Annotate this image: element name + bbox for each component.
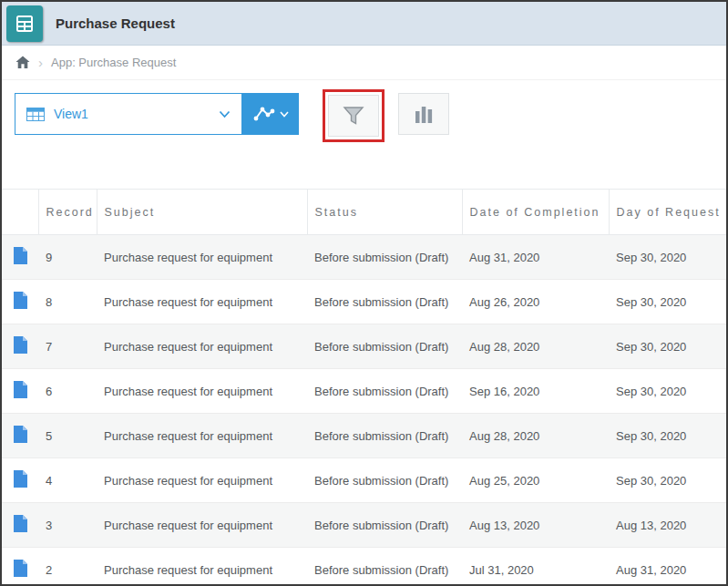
day-of-request-cell: Sep 30, 2020 xyxy=(609,324,728,369)
column-header-subject[interactable]: Subject xyxy=(97,190,307,235)
subject-cell: Purchase request for equipment xyxy=(97,369,307,414)
subject-cell: Purchase request for equipment xyxy=(97,548,307,586)
document-icon[interactable] xyxy=(14,470,27,488)
subject-cell: Purchase request for equipment xyxy=(97,280,307,324)
app-icon[interactable] xyxy=(6,5,43,42)
view-selector[interactable]: View1 xyxy=(15,93,242,135)
status-cell: Before submission (Draft) xyxy=(307,324,462,369)
breadcrumb-app-link[interactable]: App: Purchase Request xyxy=(51,56,176,69)
record-number-cell: 2 xyxy=(38,548,97,586)
date-of-completion-cell: Aug 25, 2020 xyxy=(462,458,609,503)
breadcrumb: › App: Purchase Request xyxy=(2,46,726,80)
app-header: Purchase Request xyxy=(2,2,726,46)
table-row[interactable]: 3 Purchase request for equipment Before … xyxy=(2,503,728,548)
record-number-cell: 7 xyxy=(38,324,97,369)
record-icon-cell xyxy=(2,280,38,324)
record-icon-cell xyxy=(2,414,38,458)
record-number-cell: 5 xyxy=(38,414,97,458)
document-icon[interactable] xyxy=(14,381,27,398)
record-number-cell: 3 xyxy=(38,503,97,548)
column-header-day-of-request[interactable]: Day of Request xyxy=(609,190,728,235)
date-of-completion-cell: Jul 31, 2020 xyxy=(462,548,609,586)
subject-cell: Purchase request for equipment xyxy=(97,458,307,503)
toolbar: View1 xyxy=(2,80,726,189)
document-icon[interactable] xyxy=(14,247,27,264)
line-graph-icon xyxy=(252,105,275,123)
record-number-cell: 9 xyxy=(38,235,97,280)
home-icon[interactable] xyxy=(15,56,30,69)
subject-cell: Purchase request for equipment xyxy=(97,503,307,548)
day-of-request-cell: Sep 30, 2020 xyxy=(609,280,728,324)
funnel-icon xyxy=(342,105,365,127)
day-of-request-cell: Aug 31, 2020 xyxy=(609,548,728,586)
record-icon-cell xyxy=(2,369,38,414)
annotation-red-highlight xyxy=(323,89,385,142)
chevron-down-icon xyxy=(280,111,289,118)
day-of-request-cell: Sep 30, 2020 xyxy=(609,369,728,414)
record-icon-cell xyxy=(2,235,38,280)
graph-view-button[interactable] xyxy=(242,93,299,135)
record-icon-cell xyxy=(2,503,38,548)
table-view-icon xyxy=(26,108,45,121)
day-of-request-cell: Sep 30, 2020 xyxy=(609,458,728,503)
document-icon[interactable] xyxy=(14,336,27,354)
table-row[interactable]: 2 Purchase request for equipment Before … xyxy=(2,548,728,586)
day-of-request-cell: Sep 30, 2020 xyxy=(609,414,728,458)
record-list-table: Record Subject Status Date of Completion… xyxy=(2,189,728,586)
app-window: Purchase Request › App: Purchase Request xyxy=(0,0,728,586)
table-row[interactable]: 8 Purchase request for equipment Before … xyxy=(2,280,728,324)
status-cell: Before submission (Draft) xyxy=(307,369,462,414)
status-cell: Before submission (Draft) xyxy=(307,458,462,503)
table-row[interactable]: 6 Purchase request for equipment Before … xyxy=(2,369,728,414)
page-title: Purchase Request xyxy=(56,15,175,31)
filter-button[interactable] xyxy=(328,95,379,137)
view-selector-label: View1 xyxy=(54,107,88,121)
date-of-completion-cell: Aug 31, 2020 xyxy=(462,235,609,280)
date-of-completion-cell: Aug 28, 2020 xyxy=(462,324,609,369)
status-cell: Before submission (Draft) xyxy=(307,235,462,280)
day-of-request-cell: Aug 13, 2020 xyxy=(609,503,728,548)
date-of-completion-cell: Aug 26, 2020 xyxy=(462,280,609,324)
breadcrumb-separator: › xyxy=(38,55,43,70)
subject-cell: Purchase request for equipment xyxy=(97,235,307,280)
document-icon[interactable] xyxy=(14,292,27,309)
record-icon-cell xyxy=(2,324,38,369)
record-number-cell: 8 xyxy=(38,280,97,324)
status-cell: Before submission (Draft) xyxy=(307,548,462,586)
table-row[interactable]: 7 Purchase request for equipment Before … xyxy=(2,324,728,369)
record-number-cell: 4 xyxy=(38,458,97,503)
day-of-request-cell: Sep 30, 2020 xyxy=(609,235,728,280)
view-selector-group: View1 xyxy=(15,93,299,135)
column-header-date-of-completion[interactable]: Date of Completion xyxy=(462,190,609,235)
bar-chart-icon xyxy=(414,105,434,123)
table-app-icon xyxy=(14,13,36,35)
status-cell: Before submission (Draft) xyxy=(307,414,462,458)
status-cell: Before submission (Draft) xyxy=(307,503,462,548)
column-header-record[interactable]: Record xyxy=(38,190,97,235)
table-row[interactable]: 5 Purchase request for equipment Before … xyxy=(2,414,728,458)
date-of-completion-cell: Sep 16, 2020 xyxy=(462,369,609,414)
record-icon-cell xyxy=(2,458,38,503)
document-icon[interactable] xyxy=(14,515,27,532)
table-row[interactable]: 9 Purchase request for equipment Before … xyxy=(2,235,728,280)
table-row[interactable]: 4 Purchase request for equipment Before … xyxy=(2,458,728,503)
chart-button[interactable] xyxy=(398,93,449,135)
column-header-icon xyxy=(2,190,38,235)
document-icon[interactable] xyxy=(14,426,27,443)
record-number-cell: 6 xyxy=(38,369,97,414)
date-of-completion-cell: Aug 13, 2020 xyxy=(462,503,609,548)
date-of-completion-cell: Aug 28, 2020 xyxy=(462,414,609,458)
subject-cell: Purchase request for equipment xyxy=(97,414,307,458)
record-icon-cell xyxy=(2,548,38,586)
status-cell: Before submission (Draft) xyxy=(307,280,462,324)
chevron-down-icon xyxy=(219,110,231,118)
column-header-status[interactable]: Status xyxy=(307,190,462,235)
table-body: 9 Purchase request for equipment Before … xyxy=(2,235,728,586)
subject-cell: Purchase request for equipment xyxy=(97,324,307,369)
table-header-row: Record Subject Status Date of Completion… xyxy=(2,190,728,235)
document-icon[interactable] xyxy=(14,560,27,577)
